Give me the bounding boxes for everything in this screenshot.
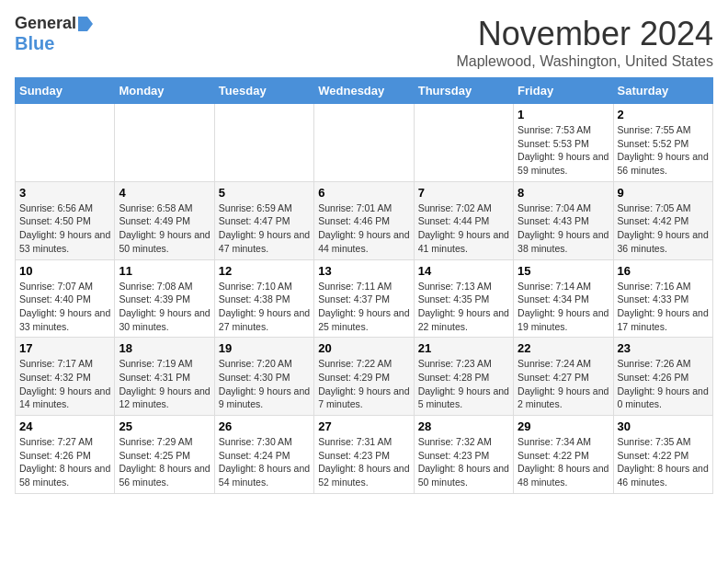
day-cell: 29Sunrise: 7:34 AM Sunset: 4:22 PM Dayli… xyxy=(514,416,613,494)
day-number: 28 xyxy=(418,419,509,433)
day-cell: 27Sunrise: 7:31 AM Sunset: 4:23 PM Dayli… xyxy=(314,416,414,494)
day-info: Sunrise: 7:08 AM Sunset: 4:39 PM Dayligh… xyxy=(119,280,210,334)
day-cell: 23Sunrise: 7:26 AM Sunset: 4:26 PM Dayli… xyxy=(613,338,712,416)
day-cell: 16Sunrise: 7:16 AM Sunset: 4:33 PM Dayli… xyxy=(613,259,712,338)
day-number: 9 xyxy=(618,186,709,200)
logo-text-general: General xyxy=(15,15,76,33)
day-info: Sunrise: 7:31 AM Sunset: 4:23 PM Dayligh… xyxy=(318,435,409,489)
day-info: Sunrise: 7:11 AM Sunset: 4:37 PM Dayligh… xyxy=(318,280,409,334)
day-number: 1 xyxy=(518,108,609,121)
day-cell: 9Sunrise: 7:05 AM Sunset: 4:42 PM Daylig… xyxy=(613,181,712,259)
day-number: 23 xyxy=(618,341,709,355)
day-cell: 26Sunrise: 7:30 AM Sunset: 4:24 PM Dayli… xyxy=(214,416,313,494)
day-info: Sunrise: 7:13 AM Sunset: 4:35 PM Dayligh… xyxy=(418,280,509,334)
day-number: 21 xyxy=(418,341,509,355)
day-cell: 24Sunrise: 7:27 AM Sunset: 4:26 PM Dayli… xyxy=(16,416,115,494)
day-cell: 19Sunrise: 7:20 AM Sunset: 4:30 PM Dayli… xyxy=(214,338,313,416)
day-number: 3 xyxy=(19,186,110,200)
day-number: 20 xyxy=(318,341,409,355)
day-header-sunday: Sunday xyxy=(16,78,115,104)
day-info: Sunrise: 7:29 AM Sunset: 4:25 PM Dayligh… xyxy=(119,435,210,489)
day-cell xyxy=(115,104,214,182)
day-number: 13 xyxy=(318,264,409,278)
day-header-monday: Monday xyxy=(115,78,214,104)
day-cell: 21Sunrise: 7:23 AM Sunset: 4:28 PM Dayli… xyxy=(414,338,513,416)
day-cell: 28Sunrise: 7:32 AM Sunset: 4:23 PM Dayli… xyxy=(414,416,513,494)
day-number: 14 xyxy=(418,264,509,278)
day-info: Sunrise: 7:32 AM Sunset: 4:23 PM Dayligh… xyxy=(418,435,509,489)
day-info: Sunrise: 7:22 AM Sunset: 4:29 PM Dayligh… xyxy=(318,357,409,411)
day-number: 4 xyxy=(119,186,210,200)
day-number: 10 xyxy=(19,264,110,278)
day-info: Sunrise: 6:58 AM Sunset: 4:49 PM Dayligh… xyxy=(119,201,210,256)
title-area: November 2024 Maplewood, Washington, Uni… xyxy=(456,15,713,70)
day-number: 27 xyxy=(318,419,409,433)
day-header-wednesday: Wednesday xyxy=(314,78,414,104)
day-cell: 12Sunrise: 7:10 AM Sunset: 4:38 PM Dayli… xyxy=(214,259,313,338)
week-row-1: 1Sunrise: 7:53 AM Sunset: 5:53 PM Daylig… xyxy=(16,104,713,182)
day-cell: 6Sunrise: 7:01 AM Sunset: 4:46 PM Daylig… xyxy=(314,181,414,259)
day-number: 7 xyxy=(418,186,509,200)
day-cell: 13Sunrise: 7:11 AM Sunset: 4:37 PM Dayli… xyxy=(314,259,414,338)
day-number: 15 xyxy=(518,264,609,278)
day-header-tuesday: Tuesday xyxy=(214,78,313,104)
day-cell xyxy=(414,104,513,182)
day-cell: 7Sunrise: 7:02 AM Sunset: 4:44 PM Daylig… xyxy=(414,181,513,259)
day-cell: 25Sunrise: 7:29 AM Sunset: 4:25 PM Dayli… xyxy=(115,416,214,494)
week-row-5: 24Sunrise: 7:27 AM Sunset: 4:26 PM Dayli… xyxy=(16,416,713,494)
week-row-4: 17Sunrise: 7:17 AM Sunset: 4:32 PM Dayli… xyxy=(16,338,713,416)
day-info: Sunrise: 7:01 AM Sunset: 4:46 PM Dayligh… xyxy=(318,201,409,256)
day-info: Sunrise: 7:05 AM Sunset: 4:42 PM Dayligh… xyxy=(618,201,709,256)
calendar: SundayMondayTuesdayWednesdayThursdayFrid… xyxy=(15,77,713,494)
day-number: 22 xyxy=(518,341,609,355)
day-info: Sunrise: 6:56 AM Sunset: 4:50 PM Dayligh… xyxy=(19,201,110,256)
month-title: November 2024 xyxy=(456,15,713,53)
day-cell xyxy=(16,104,115,182)
day-cell: 30Sunrise: 7:35 AM Sunset: 4:22 PM Dayli… xyxy=(613,416,712,494)
day-info: Sunrise: 7:35 AM Sunset: 4:22 PM Dayligh… xyxy=(618,435,709,489)
day-number: 12 xyxy=(219,264,310,278)
day-number: 2 xyxy=(618,108,709,121)
day-cell: 10Sunrise: 7:07 AM Sunset: 4:40 PM Dayli… xyxy=(16,259,115,338)
day-number: 8 xyxy=(518,186,609,200)
day-header-friday: Friday xyxy=(514,78,613,104)
day-info: Sunrise: 7:34 AM Sunset: 4:22 PM Dayligh… xyxy=(518,435,609,489)
day-cell: 8Sunrise: 7:04 AM Sunset: 4:43 PM Daylig… xyxy=(514,181,613,259)
day-info: Sunrise: 7:20 AM Sunset: 4:30 PM Dayligh… xyxy=(219,357,310,411)
day-info: Sunrise: 7:02 AM Sunset: 4:44 PM Dayligh… xyxy=(418,201,509,256)
day-cell: 3Sunrise: 6:56 AM Sunset: 4:50 PM Daylig… xyxy=(16,181,115,259)
day-info: Sunrise: 7:53 AM Sunset: 5:53 PM Dayligh… xyxy=(518,123,609,178)
logo: General Blue xyxy=(15,15,95,53)
logo-text-blue: Blue xyxy=(15,33,54,53)
day-header-thursday: Thursday xyxy=(414,78,513,104)
week-row-2: 3Sunrise: 6:56 AM Sunset: 4:50 PM Daylig… xyxy=(16,181,713,259)
day-number: 5 xyxy=(219,186,310,200)
day-cell: 14Sunrise: 7:13 AM Sunset: 4:35 PM Dayli… xyxy=(414,259,513,338)
day-info: Sunrise: 7:26 AM Sunset: 4:26 PM Dayligh… xyxy=(618,357,709,411)
calendar-header-row: SundayMondayTuesdayWednesdayThursdayFrid… xyxy=(16,78,713,104)
day-number: 30 xyxy=(618,419,709,433)
day-header-saturday: Saturday xyxy=(613,78,712,104)
day-cell: 4Sunrise: 6:58 AM Sunset: 4:49 PM Daylig… xyxy=(115,181,214,259)
day-number: 25 xyxy=(119,419,210,433)
day-number: 26 xyxy=(219,419,310,433)
day-cell xyxy=(314,104,414,182)
day-info: Sunrise: 7:24 AM Sunset: 4:27 PM Dayligh… xyxy=(518,357,609,411)
day-number: 19 xyxy=(219,341,310,355)
day-info: Sunrise: 7:10 AM Sunset: 4:38 PM Dayligh… xyxy=(219,280,310,334)
day-cell: 18Sunrise: 7:19 AM Sunset: 4:31 PM Dayli… xyxy=(115,338,214,416)
day-info: Sunrise: 7:16 AM Sunset: 4:33 PM Dayligh… xyxy=(618,280,709,334)
day-info: Sunrise: 7:27 AM Sunset: 4:26 PM Dayligh… xyxy=(19,435,110,489)
day-info: Sunrise: 7:55 AM Sunset: 5:52 PM Dayligh… xyxy=(618,123,709,178)
day-number: 29 xyxy=(518,419,609,433)
day-cell: 5Sunrise: 6:59 AM Sunset: 4:47 PM Daylig… xyxy=(214,181,313,259)
day-cell: 11Sunrise: 7:08 AM Sunset: 4:39 PM Dayli… xyxy=(115,259,214,338)
location-title: Maplewood, Washington, United States xyxy=(456,53,713,70)
header: General Blue November 2024 Maplewood, Wa… xyxy=(15,15,713,70)
day-cell: 2Sunrise: 7:55 AM Sunset: 5:52 PM Daylig… xyxy=(613,104,712,182)
logo-icon xyxy=(76,15,95,33)
day-cell: 20Sunrise: 7:22 AM Sunset: 4:29 PM Dayli… xyxy=(314,338,414,416)
day-info: Sunrise: 7:07 AM Sunset: 4:40 PM Dayligh… xyxy=(19,280,110,334)
day-number: 18 xyxy=(119,341,210,355)
day-info: Sunrise: 7:30 AM Sunset: 4:24 PM Dayligh… xyxy=(219,435,310,489)
